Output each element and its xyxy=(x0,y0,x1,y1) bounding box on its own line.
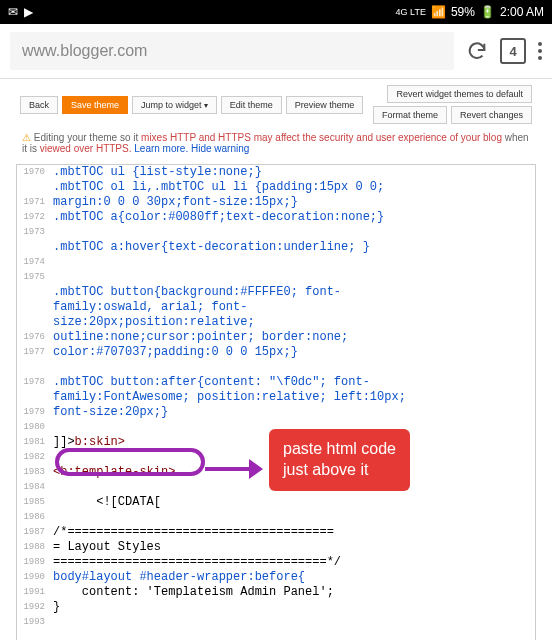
clock: 2:00 AM xyxy=(500,5,544,19)
learn-more-link[interactable]: Learn more. xyxy=(134,143,188,154)
edit-theme-button[interactable]: Edit theme xyxy=(221,96,282,114)
save-theme-button[interactable]: Save theme xyxy=(62,96,128,114)
menu-icon[interactable] xyxy=(538,42,542,60)
signal-icon: 📶 xyxy=(431,5,446,19)
back-button[interactable]: Back xyxy=(20,96,58,114)
hide-warning-link[interactable]: Hide warning xyxy=(191,143,249,154)
preview-theme-button[interactable]: Preview theme xyxy=(286,96,364,114)
arrow-annotation xyxy=(205,459,265,479)
code-editor[interactable]: 1970 197119721973 19741975 19761977 1978… xyxy=(16,164,536,640)
revert-changes-button[interactable]: Revert changes xyxy=(451,106,532,124)
network-indicator: 4G LTE xyxy=(396,7,426,17)
callout-annotation: paste html code just above it xyxy=(269,429,410,491)
url-input[interactable] xyxy=(10,32,454,70)
refresh-icon[interactable] xyxy=(466,40,488,62)
tab-count-button[interactable]: 4 xyxy=(500,38,526,64)
battery-icon: 🔋 xyxy=(480,5,495,19)
format-theme-button[interactable]: Format theme xyxy=(373,106,447,124)
battery-level: 59% xyxy=(451,5,475,19)
revert-widget-button[interactable]: Revert widget themes to default xyxy=(387,85,532,103)
jump-to-widget-button[interactable]: Jump to widget xyxy=(132,96,217,114)
warning-icon: ⚠ xyxy=(22,132,31,143)
highlight-annotation xyxy=(55,448,205,476)
youtube-icon: ▶ xyxy=(24,5,33,19)
mail-icon: ✉ xyxy=(8,5,18,19)
warning-message: ⚠ Editing your theme so it mixes HTTP an… xyxy=(0,128,552,158)
